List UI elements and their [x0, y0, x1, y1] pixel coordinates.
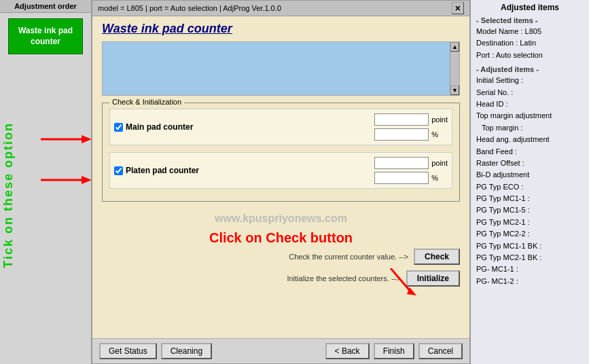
port: Port : Auto selection	[476, 50, 584, 61]
pg-mc12: PG- MC1-2 :	[476, 276, 584, 287]
pg-typ-mc15: PG Typ MC1-5 :	[476, 204, 584, 216]
scroll-down-icon[interactable]: ▼	[450, 86, 459, 95]
svg-marker-3	[82, 176, 92, 184]
check-section: Check & Initialization Main pad counter …	[102, 103, 460, 202]
scroll-up-icon[interactable]: ▲	[450, 42, 459, 52]
arrow2-icon	[41, 173, 95, 200]
head-id: Head ID :	[476, 98, 584, 110]
click-annotation: Click on Check button	[92, 228, 469, 246]
model-name: Model Name : L805	[476, 26, 584, 37]
platen-pad-checkbox[interactable]	[114, 166, 123, 175]
check-action-row: Check the current counter value. --> Che…	[92, 246, 469, 268]
check-section-title: Check & Initialization	[109, 98, 184, 106]
close-button[interactable]: ×	[452, 2, 464, 14]
pg-typ-mc21: PG Typ MC2-1 :	[476, 217, 584, 228]
pg-typ-mc11: PG Typ MC1-1 :	[476, 193, 584, 204]
title-bar: model = L805 | port = Auto selection | A…	[92, 1, 469, 16]
main-pad-checkbox[interactable]	[114, 123, 123, 132]
platen-pad-percent-label: %	[431, 174, 438, 182]
back-button[interactable]: < Back	[325, 343, 370, 359]
top-margin-adj: Top margin adjustment	[476, 110, 584, 122]
pg-typ-mc11-bk: PG Typ MC1-1 BK :	[476, 240, 584, 252]
platen-pad-label[interactable]: Platen pad counter	[114, 166, 223, 175]
main-pad-inputs: point %	[374, 113, 448, 141]
platen-pad-row: Platen pad counter point %	[109, 152, 452, 189]
get-status-button[interactable]: Get Status	[99, 343, 157, 359]
head-ang-adj: Head ang. adjustment	[476, 134, 584, 145]
main-pad-point-label: point	[431, 115, 448, 124]
arrow1-icon	[41, 132, 95, 160]
check-arrow-icon	[384, 268, 425, 302]
watermark: www.kpuspriyonews.com	[92, 206, 469, 228]
bottom-bar: Get Status Cleaning < Back Finish Cancel	[92, 338, 469, 363]
page-title: Waste ink pad counter	[92, 16, 469, 39]
adj-order-title: Adjustment order	[0, 0, 91, 13]
platen-pad-point-input[interactable]	[374, 157, 429, 169]
platen-pad-inputs: point %	[374, 157, 448, 184]
main-area: model = L805 | port = Auto selection | A…	[92, 0, 470, 364]
main-pad-point-input[interactable]	[374, 113, 429, 126]
preview-area: ▲ ▼	[102, 41, 460, 96]
pg-mc1: PG- MC1-1 :	[476, 263, 584, 275]
finish-button[interactable]: Finish	[374, 343, 414, 359]
scrollbar[interactable]: ▲ ▼	[450, 42, 459, 95]
band-feed: Band Feed :	[476, 146, 584, 158]
svg-marker-1	[82, 135, 92, 143]
serial-no: Serial No. :	[476, 87, 584, 98]
raster-offset: Raster Offset :	[476, 158, 584, 169]
main-pad-percent-input[interactable]	[374, 128, 429, 141]
bi-d-adj: Bi-D adjustment	[476, 169, 584, 181]
platen-pad-percent-input[interactable]	[374, 172, 429, 184]
main-pad-label[interactable]: Main pad counter	[114, 122, 223, 132]
right-sidebar-title: Adjusted items	[476, 3, 584, 12]
adjusted-header: - Adjusted items -	[476, 65, 584, 73]
destination: Destination : Latin	[476, 37, 584, 49]
top-margin: Top margin :	[476, 122, 584, 134]
main-pad-row: Main pad counter point %	[109, 109, 452, 145]
check-label: Check the current counter value. -->	[289, 253, 408, 261]
platen-pad-point-label: point	[431, 159, 448, 167]
pg-typ-mc22: PG Typ MC2-2 :	[476, 228, 584, 240]
title-bar-text: model = L805 | port = Auto selection | A…	[98, 4, 281, 12]
tick-annotation: Tick on these option	[1, 122, 16, 268]
svg-line-4	[391, 268, 411, 292]
initial-setting: Initial Setting :	[476, 75, 584, 86]
pg-typ-mc21-bk: PG Typ MC2-1 BK :	[476, 252, 584, 263]
main-pad-percent-label: %	[431, 130, 438, 139]
waste-ink-btn[interactable]: Waste ink pad counter	[8, 18, 83, 54]
cancel-button[interactable]: Cancel	[418, 343, 463, 359]
left-sidebar: Adjustment order Waste ink pad counter T…	[0, 0, 92, 364]
pg-typ-eco: PG Typ ECO :	[476, 181, 584, 193]
check-button[interactable]: Check	[414, 249, 460, 265]
right-sidebar: Adjusted items - Selected items - Model …	[470, 0, 589, 364]
cleaning-button[interactable]: Cleaning	[161, 343, 212, 359]
selected-header: - Selected items -	[476, 16, 584, 24]
